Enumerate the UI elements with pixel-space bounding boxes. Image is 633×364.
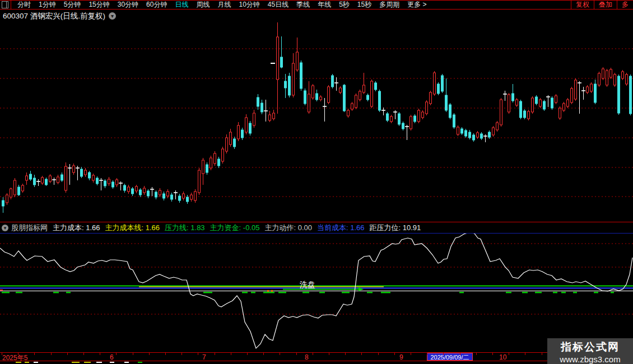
axis-tick xyxy=(149,353,150,355)
candle xyxy=(22,184,24,193)
candle xyxy=(453,113,455,129)
toolbar-item-年线[interactable]: 年线 xyxy=(314,0,335,10)
date-axis[interactable]: 2025/09/09/二 2025年5678910 xyxy=(0,352,633,361)
candle xyxy=(559,106,561,120)
candle xyxy=(49,174,52,183)
axis-tick xyxy=(394,353,395,355)
toolbar-item-60分钟[interactable]: 60分钟 xyxy=(142,0,171,10)
axis-label: 6 xyxy=(110,353,114,361)
candle xyxy=(430,91,432,105)
candle xyxy=(65,162,67,193)
chevron-down-circle-icon[interactable]: ▾ xyxy=(2,225,8,231)
toolbar-item-多周期[interactable]: 多周期 xyxy=(375,0,403,10)
toolbar-item-1分钟[interactable]: 1分钟 xyxy=(35,0,60,10)
candle xyxy=(155,190,157,199)
toolbar-item-45日线[interactable]: 45日线 xyxy=(264,0,292,10)
candle xyxy=(387,112,389,122)
clipped-indicator-dash xyxy=(96,362,102,363)
candle xyxy=(575,78,577,101)
toolbar-action-叠加[interactable]: 叠加 xyxy=(594,1,617,9)
toolbar-item-5分钟[interactable]: 5分钟 xyxy=(60,0,85,10)
candle xyxy=(132,187,134,196)
indicator-field: 主力成本: 1.66 xyxy=(53,223,100,232)
axis-tick xyxy=(476,353,477,355)
toolbar-action-多[interactable]: 多 xyxy=(617,1,633,9)
toolbar-item-季线[interactable]: 季线 xyxy=(292,0,314,10)
sub-indicator-chart[interactable]: 洗盘 xyxy=(0,234,633,352)
candle xyxy=(124,184,126,193)
axis-tick xyxy=(231,353,231,355)
candle xyxy=(194,189,197,203)
candle xyxy=(214,151,216,166)
candle xyxy=(339,86,342,94)
candle xyxy=(414,114,416,123)
candle xyxy=(273,110,275,120)
candle xyxy=(606,69,608,87)
axis-tick xyxy=(492,353,493,355)
candle xyxy=(198,168,201,195)
clipped-indicator-dash xyxy=(110,362,114,363)
indicator-field: 主力资金: -0.05 xyxy=(210,223,260,232)
candle xyxy=(473,133,475,142)
indicator-source-label[interactable]: 股朋指标网 xyxy=(11,223,48,233)
axis-tick xyxy=(411,353,411,355)
window-split-icon[interactable] xyxy=(2,1,8,8)
candle xyxy=(393,110,397,119)
candle xyxy=(249,121,252,136)
toolbar-item-更多 >[interactable]: 更多 > xyxy=(403,0,430,10)
clipped-indicator-dash xyxy=(138,362,142,363)
toolbar-item-月线[interactable]: 月线 xyxy=(213,0,235,10)
toolbar-item-周线[interactable]: 周线 xyxy=(192,0,213,10)
axis-tick xyxy=(361,353,362,355)
clipped-indicator-dash xyxy=(124,362,129,363)
toolbar-item-10分钟[interactable]: 10分钟 xyxy=(235,0,263,10)
chevron-down-circle-icon[interactable]: ▾ xyxy=(109,12,116,20)
candle xyxy=(334,77,338,91)
axis-tick xyxy=(378,353,379,355)
candle xyxy=(328,85,330,104)
candle xyxy=(136,185,138,193)
watermark-url: www.zbgs3.com xyxy=(547,354,633,364)
candle xyxy=(469,130,471,139)
candle xyxy=(108,177,110,186)
toolbar-item-15分钟[interactable]: 15分钟 xyxy=(85,0,113,10)
candle xyxy=(119,181,123,190)
candle xyxy=(277,22,279,114)
indicator-field: 距压力位: 10.91 xyxy=(370,223,421,232)
candle xyxy=(465,129,467,138)
candle xyxy=(296,38,299,72)
axis-tick xyxy=(313,353,313,355)
candle xyxy=(587,85,589,94)
toolbar-action-复权[interactable]: 复权 xyxy=(571,1,594,9)
candle xyxy=(375,81,377,91)
axis-tick xyxy=(329,353,329,355)
candle xyxy=(52,178,56,185)
axis-tick xyxy=(542,353,542,355)
toolbar-item-15秒[interactable]: 15秒 xyxy=(353,0,375,10)
candle xyxy=(288,73,291,97)
toolbar-item-日线[interactable]: 日线 xyxy=(171,0,192,10)
candle xyxy=(6,193,8,205)
candle xyxy=(85,168,87,177)
candle xyxy=(179,194,181,203)
candle xyxy=(139,188,142,197)
indicator-header-row: ▾ 股朋指标网 主力成本: 1.66主力成本线: 1.66压力线: 1.83主力… xyxy=(0,222,633,233)
indicator-field: 压力线: 1.83 xyxy=(165,223,205,232)
main-candlestick-chart[interactable] xyxy=(0,22,633,222)
candle xyxy=(449,103,452,119)
candle xyxy=(320,95,322,101)
candle xyxy=(30,171,32,181)
candle xyxy=(532,96,534,114)
toolbar-item-5秒[interactable]: 5秒 xyxy=(335,0,353,10)
axis-tick xyxy=(427,353,427,355)
toolbar-item-分时[interactable]: 分时 xyxy=(13,0,35,10)
candle xyxy=(578,81,581,114)
candle xyxy=(187,195,189,204)
axis-tick xyxy=(509,353,509,355)
toolbar-item-30分钟[interactable]: 30分钟 xyxy=(114,0,142,10)
candle xyxy=(516,98,518,107)
candle xyxy=(457,125,459,136)
candle xyxy=(422,110,424,119)
candle xyxy=(18,185,20,196)
candle xyxy=(426,100,428,115)
